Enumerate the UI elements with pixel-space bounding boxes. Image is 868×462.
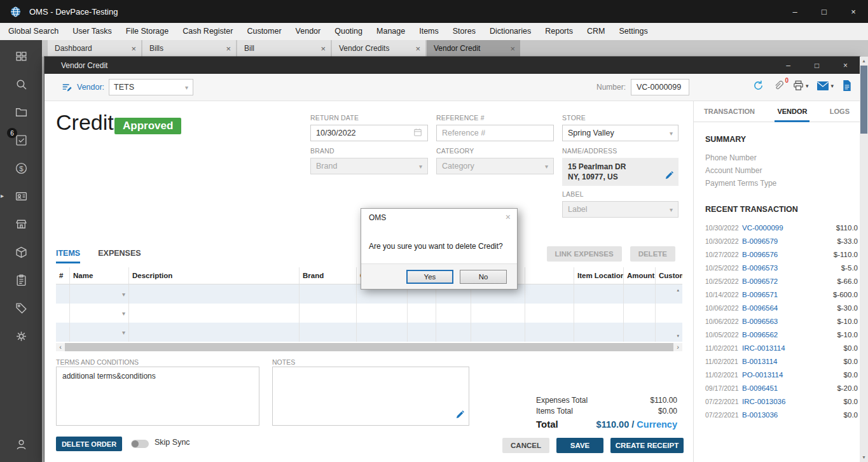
transaction-link[interactable]: B-0096573 — [742, 264, 841, 272]
create-receipt-button[interactable]: CREATE RECEIPT — [610, 438, 684, 453]
column-header[interactable]: Amount — [624, 267, 656, 284]
menu-item[interactable]: Global Search — [1, 23, 65, 40]
save-button[interactable]: SAVE — [556, 438, 603, 453]
menu-item[interactable]: Quoting — [327, 23, 369, 40]
terms-textarea[interactable]: additional terms&conditions — [56, 367, 259, 426]
sidebar-contacts-icon[interactable] — [0, 182, 42, 210]
chevron-down-icon[interactable]: ▾ — [122, 329, 125, 336]
transaction-link[interactable]: B-0096572 — [742, 277, 837, 285]
scroll-down-icon[interactable]: ▾ — [860, 453, 868, 462]
vendor-select[interactable]: TETS ▾ — [109, 79, 193, 95]
transaction-link[interactable]: B-0096563 — [742, 318, 837, 325]
scroll-left-icon[interactable]: ‹ — [56, 343, 65, 351]
grid-horizontal-scrollbar[interactable]: ‹ › — [56, 343, 682, 351]
menu-item[interactable]: Items — [412, 23, 446, 40]
close-icon[interactable]: × — [320, 44, 326, 53]
sidebar-flyout-arrow-icon[interactable]: ▸ — [0, 189, 4, 203]
grid-scroll-up-icon[interactable]: ▴ — [677, 288, 679, 293]
transaction-link[interactable]: B-0096562 — [742, 331, 837, 339]
store-select[interactable]: Spring Valley ▾ — [562, 125, 679, 141]
sidebar-dashboard-icon[interactable] — [0, 42, 42, 70]
dialog-no-button[interactable]: No — [460, 270, 507, 284]
print-icon[interactable]: ▾ — [792, 80, 809, 92]
return-date-input[interactable]: 10/30/2022 — [310, 125, 428, 141]
transaction-link[interactable]: IRC-0013114 — [742, 344, 844, 352]
number-input[interactable]: VC-0000099 — [631, 79, 689, 95]
tab-bills[interactable]: Bills× — [142, 40, 236, 57]
caret-down-icon[interactable]: ▾ — [830, 83, 834, 89]
column-header[interactable]: # — [56, 267, 70, 284]
window-maximize-button[interactable]: □ — [809, 0, 839, 23]
menu-item[interactable]: CRM — [580, 23, 612, 40]
grid-scroll-down-icon[interactable]: ▾ — [677, 333, 679, 339]
transaction-link[interactable]: VC-0000099 — [742, 224, 836, 232]
currency-link[interactable]: Currency — [637, 419, 677, 430]
tab-bill[interactable]: Bill× — [237, 40, 331, 57]
chevron-down-icon[interactable]: ▾ — [122, 310, 125, 317]
doc-close-button[interactable]: × — [831, 57, 860, 74]
sidebar-search-icon[interactable] — [0, 70, 42, 98]
cancel-button[interactable]: CANCEL — [502, 438, 549, 453]
tab-vendor-credit[interactable]: Vendor Credit× — [427, 40, 520, 57]
tab-expenses[interactable]: EXPENSES — [98, 249, 141, 263]
tab-items[interactable]: ITEMS — [56, 249, 80, 263]
transaction-link[interactable]: B-0096579 — [742, 237, 837, 245]
brand-select[interactable]: Brand ▾ — [310, 158, 428, 174]
sidebar-inventory-icon[interactable] — [0, 238, 42, 266]
edit-notes-icon[interactable] — [455, 410, 465, 422]
menu-item[interactable]: Manage — [369, 23, 412, 40]
close-icon[interactable]: × — [415, 44, 420, 53]
sidebar-user-icon[interactable] — [0, 430, 42, 458]
label-select[interactable]: Label ▾ — [562, 201, 679, 218]
grid-row[interactable]: ▾ — [56, 323, 682, 342]
panel-tab-vendor[interactable]: VENDOR — [777, 101, 807, 122]
skip-sync-toggle[interactable] — [131, 440, 149, 448]
transaction-link[interactable]: PO-0013114 — [742, 371, 844, 379]
column-header[interactable]: Item Location — [574, 267, 624, 284]
transaction-link[interactable]: B-0096564 — [742, 304, 837, 312]
doc-minimize-button[interactable]: – — [774, 57, 803, 74]
menu-item[interactable]: File Storage — [119, 23, 176, 40]
mail-icon[interactable]: ▾ — [816, 81, 834, 91]
scrollbar-thumb[interactable] — [65, 343, 673, 351]
tab-vendor-credits[interactable]: Vendor Credits× — [332, 40, 425, 57]
transaction-link[interactable]: B-0096451 — [742, 384, 837, 392]
menu-item[interactable]: Cash Register — [176, 23, 240, 40]
transaction-link[interactable]: B-0096576 — [742, 251, 834, 258]
sync-icon[interactable] — [752, 80, 764, 92]
column-header[interactable]: Customer — [656, 267, 682, 284]
sidebar-orders-icon[interactable] — [0, 266, 42, 294]
panel-tab-transaction[interactable]: TRANSACTION — [704, 101, 755, 122]
close-icon[interactable]: × — [131, 44, 136, 53]
dialog-close-icon[interactable]: × — [506, 212, 511, 222]
column-header[interactable]: Brand — [300, 267, 357, 284]
panel-tab-logs[interactable]: LOGS — [830, 101, 850, 122]
grid-row[interactable]: ▾ — [56, 304, 682, 323]
transaction-link[interactable]: IRC-0013036 — [742, 398, 844, 405]
scrollbar-thumb[interactable] — [860, 66, 867, 134]
chevron-down-icon[interactable]: ▾ — [122, 291, 125, 298]
transaction-link[interactable]: B-0013036 — [742, 411, 844, 419]
menu-item[interactable]: Reports — [538, 23, 580, 40]
calendar-icon[interactable] — [413, 128, 422, 139]
close-icon[interactable]: × — [510, 44, 515, 53]
column-header[interactable]: Description — [129, 267, 300, 284]
scroll-right-icon[interactable]: › — [673, 343, 682, 351]
close-icon[interactable]: × — [226, 44, 231, 53]
category-select[interactable]: Category ▾ — [436, 158, 554, 174]
edit-address-icon[interactable] — [665, 171, 674, 183]
sidebar-settings-icon[interactable] — [0, 322, 42, 350]
sidebar-store-icon[interactable] — [0, 210, 42, 238]
notes-textarea[interactable] — [272, 367, 469, 426]
column-header[interactable] — [525, 267, 574, 284]
attachment-icon[interactable]: 0 — [773, 80, 784, 92]
menu-item[interactable]: Settings — [612, 23, 654, 40]
sidebar-payments-icon[interactable]: $ — [0, 154, 42, 182]
menu-item[interactable]: Customer — [240, 23, 288, 40]
delete-row-button[interactable]: DELETE — [630, 246, 675, 262]
column-header[interactable]: Name — [70, 267, 129, 284]
dialog-yes-button[interactable]: Yes — [406, 270, 453, 284]
menu-item[interactable]: Vendor — [289, 23, 328, 40]
delete-order-button[interactable]: DELETE ORDER — [56, 437, 122, 451]
menu-item[interactable]: Dictionaries — [483, 23, 538, 40]
